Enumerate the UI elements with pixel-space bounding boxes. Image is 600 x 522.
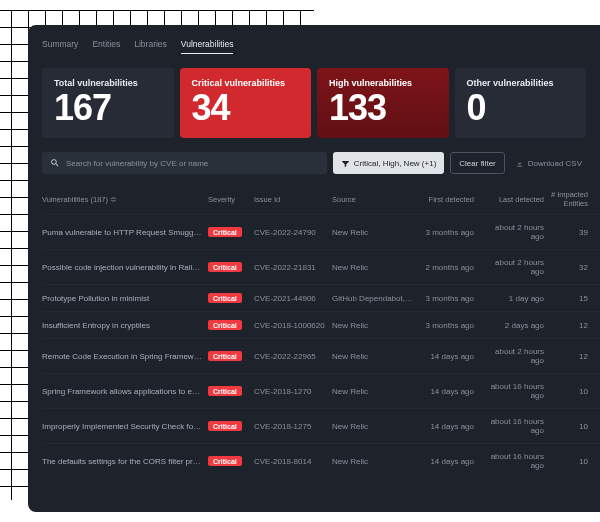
severity-badge: Critical: [208, 351, 242, 361]
severity-badge: Critical: [208, 386, 242, 396]
card-other[interactable]: Other vulnerabilities 0: [455, 68, 587, 138]
tab-entities[interactable]: Entities: [92, 39, 120, 54]
severity-badge: Critical: [208, 320, 242, 330]
cell-source: New Relic: [332, 387, 414, 396]
col-header-issue[interactable]: Issue Id: [254, 195, 326, 204]
card-high-value: 133: [329, 90, 437, 126]
search-icon: [50, 158, 60, 168]
cell-severity: Critical: [208, 262, 248, 272]
cell-first-detected: 3 months ago: [420, 321, 474, 330]
severity-badge: Critical: [208, 262, 242, 272]
cell-severity: Critical: [208, 351, 248, 361]
cell-last-detected: about 16 hours ago: [480, 382, 544, 400]
cell-issue-id[interactable]: CVE-2022-21831: [254, 263, 326, 272]
cell-name[interactable]: Puma vulnerable to HTTP Request Smugglin…: [42, 228, 202, 237]
cell-source: New Relic: [332, 263, 414, 272]
cell-issue-id[interactable]: CVE-2022-22965: [254, 352, 326, 361]
cell-issue-id[interactable]: CVE-2021-44906: [254, 294, 326, 303]
cell-source: New Relic: [332, 457, 414, 466]
filter-icon: [341, 159, 350, 168]
download-csv-button[interactable]: Download CSV: [511, 152, 586, 174]
cell-severity: Critical: [208, 386, 248, 396]
cell-impacted-entities: 15: [550, 294, 588, 303]
card-critical-value: 34: [192, 90, 300, 126]
tab-summary[interactable]: Summary: [42, 39, 78, 54]
card-other-value: 0: [467, 90, 575, 126]
cell-issue-id[interactable]: CVE-2022-24790: [254, 228, 326, 237]
col-header-severity[interactable]: Severity: [208, 195, 248, 204]
cell-severity: Critical: [208, 456, 248, 466]
clear-filter-button[interactable]: Clear filter: [450, 152, 504, 174]
cell-issue-id[interactable]: CVE-2018-8014: [254, 457, 326, 466]
card-total-value: 167: [54, 90, 162, 126]
table-row: The defaults settings for the CORS filte…: [42, 443, 600, 478]
cell-last-detected: about 2 hours ago: [480, 223, 544, 241]
cell-last-detected: about 16 hours ago: [480, 417, 544, 435]
cell-issue-id[interactable]: CVE-2018-1000620: [254, 321, 326, 330]
cell-first-detected: 3 months ago: [420, 294, 474, 303]
severity-badge: Critical: [208, 421, 242, 431]
cell-source: New Relic: [332, 422, 414, 431]
filter-button[interactable]: Critical, High, New (+1): [333, 152, 444, 174]
cell-name[interactable]: Possible code injection vulnerability in…: [42, 263, 202, 272]
table-header: Vulnerabilities (187) ≎ Severity Issue I…: [42, 184, 600, 214]
cell-impacted-entities: 10: [550, 387, 588, 396]
controls-row: Critical, High, New (+1) Clear filter Do…: [42, 152, 600, 174]
download-icon: [515, 159, 524, 168]
table-row: Improperly Implemented Security Check fo…: [42, 408, 600, 443]
cell-last-detected: 1 day ago: [480, 294, 544, 303]
cell-name[interactable]: The defaults settings for the CORS filte…: [42, 457, 202, 466]
cell-impacted-entities: 12: [550, 321, 588, 330]
cell-last-detected: about 2 hours ago: [480, 258, 544, 276]
cell-first-detected: 2 months ago: [420, 263, 474, 272]
card-high[interactable]: High vulnerabilities 133: [317, 68, 449, 138]
cell-impacted-entities: 10: [550, 422, 588, 431]
cell-impacted-entities: 10: [550, 457, 588, 466]
col-header-name[interactable]: Vulnerabilities (187) ≎: [42, 195, 202, 204]
cell-name[interactable]: Spring Framework allows applications to …: [42, 387, 202, 396]
cell-source: New Relic: [332, 352, 414, 361]
col-header-first-detected[interactable]: First detected: [420, 195, 474, 204]
cell-source: New Relic: [332, 228, 414, 237]
cell-source: GitHub Dependabot, New…: [332, 294, 414, 303]
cell-impacted-entities: 12: [550, 352, 588, 361]
cell-name[interactable]: Prototype Pollution in minimist: [42, 294, 202, 303]
col-header-last-detected[interactable]: Last detected: [480, 195, 544, 204]
tab-bar: SummaryEntitiesLibrariesVulnerabilities: [42, 39, 600, 54]
cell-name[interactable]: Remote Code Execution in Spring Framewor…: [42, 352, 202, 361]
tab-libraries[interactable]: Libraries: [134, 39, 167, 54]
col-header-source[interactable]: Source: [332, 195, 414, 204]
cell-first-detected: 14 days ago: [420, 387, 474, 396]
filter-label: Critical, High, New (+1): [354, 159, 436, 168]
cell-name[interactable]: Improperly Implemented Security Check fo…: [42, 422, 202, 431]
download-csv-label: Download CSV: [528, 159, 582, 168]
table-row: Possible code injection vulnerability in…: [42, 249, 600, 284]
cell-issue-id[interactable]: CVE-2018-1275: [254, 422, 326, 431]
cell-first-detected: 14 days ago: [420, 457, 474, 466]
vulnerabilities-panel: SummaryEntitiesLibrariesVulnerabilities …: [28, 25, 600, 512]
cell-severity: Critical: [208, 421, 248, 431]
card-critical[interactable]: Critical vulnerabilities 34: [180, 68, 312, 138]
cell-source: New Relic: [332, 321, 414, 330]
cell-impacted-entities: 32: [550, 263, 588, 272]
table-row: Insufficient Entropy in cryptilesCritica…: [42, 311, 600, 338]
search-input[interactable]: [66, 159, 319, 168]
cell-issue-id[interactable]: CVE-2018-1270: [254, 387, 326, 396]
vulnerabilities-table: Vulnerabilities (187) ≎ Severity Issue I…: [42, 184, 600, 478]
table-row: Prototype Pollution in minimistCriticalC…: [42, 284, 600, 311]
cell-severity: Critical: [208, 320, 248, 330]
cell-last-detected: about 16 hours ago: [480, 452, 544, 470]
card-total[interactable]: Total vulnerabilities 167: [42, 68, 174, 138]
cell-name[interactable]: Insufficient Entropy in cryptiles: [42, 321, 202, 330]
table-row: Remote Code Execution in Spring Framewor…: [42, 338, 600, 373]
col-header-impacted-entities[interactable]: # Impacted Entities: [550, 190, 588, 208]
stat-cards: Total vulnerabilities 167 Critical vulne…: [42, 68, 600, 138]
cell-impacted-entities: 39: [550, 228, 588, 237]
cell-first-detected: 14 days ago: [420, 422, 474, 431]
clear-filter-label: Clear filter: [459, 159, 495, 168]
tab-vulnerabilities[interactable]: Vulnerabilities: [181, 39, 234, 54]
table-row: Spring Framework allows applications to …: [42, 373, 600, 408]
search-input-wrap[interactable]: [42, 152, 327, 174]
severity-badge: Critical: [208, 227, 242, 237]
severity-badge: Critical: [208, 293, 242, 303]
